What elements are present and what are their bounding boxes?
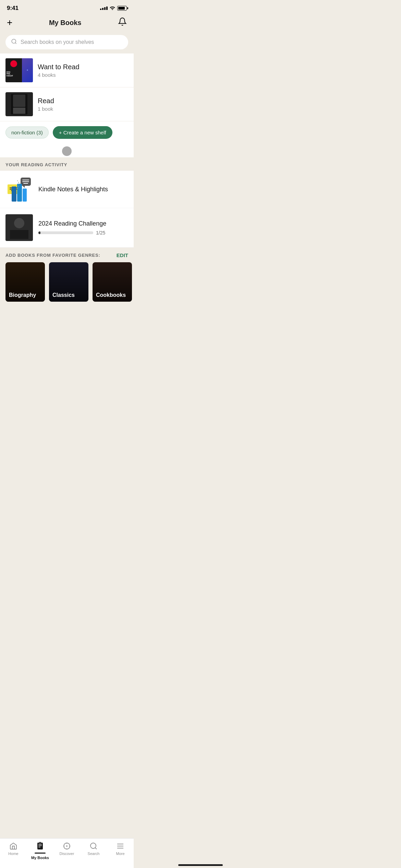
page-title: My Books	[49, 19, 81, 27]
search-bar[interactable]: Search books on your shelves	[5, 35, 128, 49]
kindle-notes-item[interactable]: Kindle Notes & Highlights	[0, 171, 134, 208]
wifi-icon	[110, 5, 115, 11]
genre-label: Cookbooks	[96, 292, 126, 298]
notifications-button[interactable]	[118, 17, 127, 28]
search-input[interactable]: Search books on your shelves	[21, 39, 94, 45]
signal-bars-icon	[100, 7, 108, 10]
genre-card-cookbooks[interactable]: Cookbooks	[93, 262, 132, 302]
search-icon	[11, 38, 17, 46]
status-icons	[100, 5, 127, 11]
status-bar: 9:41	[0, 0, 134, 14]
challenge-name: 2024 Reading Challenge	[38, 220, 106, 227]
shelf-info: Want to Read 4 books	[38, 63, 80, 78]
progress-bar-wrap: 1/25	[38, 230, 106, 236]
search-container: Search books on your shelves	[0, 32, 134, 53]
svg-point-0	[112, 9, 113, 10]
genres-grid: Biography Classics Cookbooks Romance	[0, 262, 134, 307]
shelf-thumbnail-want-to-read: DOG PHIL KNIGHT ✦	[5, 58, 33, 82]
reading-challenge-item[interactable]: 2024 Reading Challenge 1/25	[0, 208, 134, 248]
shelf-thumbnail-read	[5, 92, 33, 116]
shelf-count: 1 book	[38, 106, 54, 112]
tags-section: non-fiction (3) + Create a new shelf	[0, 121, 134, 144]
scroll-indicator	[0, 144, 134, 157]
genres-edit-button[interactable]: EDIT	[117, 252, 128, 258]
kindle-illustration	[5, 177, 33, 202]
challenge-info: 2024 Reading Challenge 1/25	[38, 220, 106, 236]
shelf-list: DOG PHIL KNIGHT ✦ Want to Read 4 books	[0, 53, 134, 121]
list-item[interactable]: Read 1 book	[0, 87, 134, 121]
shelf-count: 4 books	[38, 72, 80, 78]
reading-activity-header: YOUR READING ACTIVITY	[0, 157, 134, 171]
svg-line-2	[15, 43, 16, 44]
scroll-dot	[62, 146, 72, 156]
progress-text: 1/25	[96, 230, 105, 236]
shelf-name: Read	[38, 97, 54, 105]
genre-label: Biography	[9, 292, 36, 298]
genres-title: ADD BOOKS FROM FAVORITE GENRES:	[5, 253, 100, 258]
battery-icon	[117, 6, 127, 11]
add-button[interactable]: +	[7, 18, 12, 27]
genre-card-biography[interactable]: Biography	[5, 262, 45, 302]
tag-chip-nonfiction[interactable]: non-fiction (3)	[5, 126, 49, 138]
progress-fill	[38, 231, 40, 234]
status-time: 9:41	[7, 5, 19, 12]
kindle-notes-label: Kindle Notes & Highlights	[38, 186, 108, 193]
genre-label: Classics	[52, 292, 75, 298]
create-shelf-button[interactable]: + Create a new shelf	[53, 126, 112, 139]
svg-point-1	[12, 39, 16, 43]
genres-header: ADD BOOKS FROM FAVORITE GENRES: EDIT	[0, 248, 134, 262]
shelf-info: Read 1 book	[38, 97, 54, 112]
shelf-name: Want to Read	[38, 63, 80, 71]
genre-card-classics[interactable]: Classics	[49, 262, 88, 302]
challenge-thumbnail	[5, 214, 33, 241]
list-item[interactable]: DOG PHIL KNIGHT ✦ Want to Read 4 books	[0, 53, 134, 87]
header: + My Books	[0, 14, 134, 32]
progress-bar	[38, 231, 93, 234]
